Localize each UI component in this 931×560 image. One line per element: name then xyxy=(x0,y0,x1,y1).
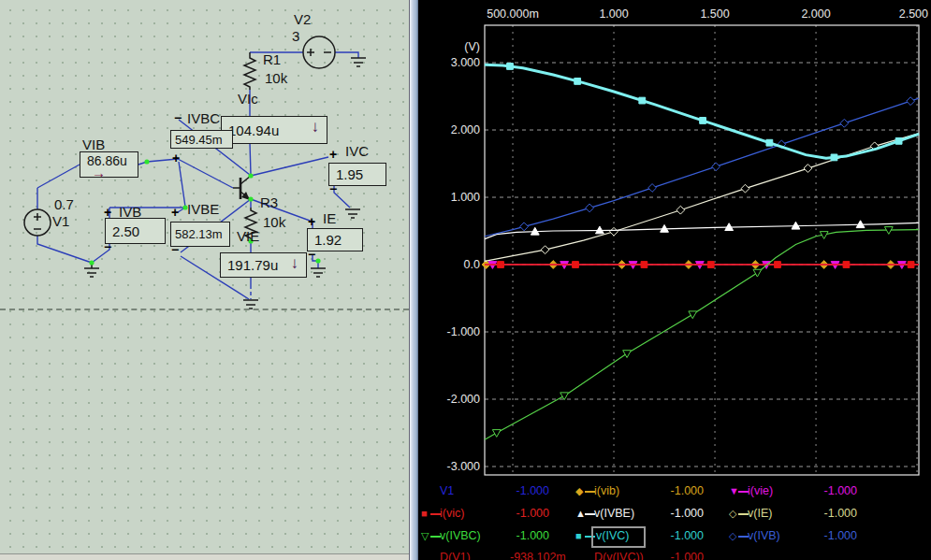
legend-label[interactable]: i(vic) xyxy=(440,506,464,521)
label-ivc[interactable]: IVC xyxy=(345,143,369,159)
label-vib[interactable]: VIB xyxy=(82,136,105,152)
legend-value: -1.000 xyxy=(664,483,704,498)
legend-label[interactable]: v(IVB) xyxy=(748,528,780,543)
y-tick-label: 3.000 xyxy=(451,56,480,69)
legend-label[interactable]: v(IVBE) xyxy=(594,506,634,521)
ivbe-plus: + xyxy=(171,208,179,217)
meter-ivbe-reading: 582.13m xyxy=(175,227,223,241)
bjt-transistor xyxy=(233,176,251,199)
value-r3[interactable]: 10k xyxy=(263,214,285,230)
component-symbols[interactable] xyxy=(24,36,366,309)
legend-value: -1.000 xyxy=(818,528,857,543)
label-r3[interactable]: R3 xyxy=(260,194,278,210)
legend-value: -938.102m xyxy=(510,550,564,560)
schematic-panel: V2 3 R1 10k VIc IVBC VIB 0.7 V1 IVB IVBE… xyxy=(0,0,409,560)
label-ie[interactable]: IE xyxy=(323,210,336,226)
legend-value: -1.000 xyxy=(818,506,857,521)
meter-vic[interactable]: 104.94u ↓ xyxy=(221,116,327,144)
legend-label[interactable]: v(IE) xyxy=(748,506,772,521)
meter-ivbc-reading: 549.45m xyxy=(175,133,223,147)
horizontal-scrollbar[interactable] xyxy=(0,553,409,560)
value-v1[interactable]: 0.7 xyxy=(54,196,74,212)
ivbc-plus: + xyxy=(172,153,180,163)
legend-value: -1.000 xyxy=(510,483,549,498)
series-v(IVBC)[interactable] xyxy=(485,227,919,440)
legend-value: -1.000 xyxy=(664,528,704,543)
meter-vie-reading: 191.79u xyxy=(227,257,278,273)
resistor-r1 xyxy=(244,52,255,90)
legend-label[interactable]: i(vie) xyxy=(748,483,773,498)
legend-value: -1.000 xyxy=(818,483,857,498)
current-arrow-icon: ↓ xyxy=(291,254,299,273)
legend-label[interactable]: V1 xyxy=(440,483,454,498)
legend-value: -1.000 xyxy=(510,506,549,521)
legend-label[interactable]: i(vib) xyxy=(594,483,619,498)
plot-panel: 500.000m1.0001.5002.0002.500(V)3.0002.00… xyxy=(418,0,931,560)
y-tick-label: -3.000 xyxy=(447,460,480,473)
meter-ie-reading: 1.92 xyxy=(314,232,342,248)
page-boundary-line xyxy=(0,309,409,310)
label-v2[interactable]: V2 xyxy=(294,11,311,27)
y-tick-label: -1.000 xyxy=(447,325,480,338)
y-tick-label: 0.0 xyxy=(464,258,480,271)
legend-label[interactable]: D(v(IVC)) xyxy=(594,550,644,560)
value-r1[interactable]: 10k xyxy=(265,70,287,86)
current-arrow-icon: → xyxy=(92,168,106,178)
legend-value: -1.000 xyxy=(664,550,704,560)
legend-label[interactable]: D(V1) xyxy=(440,550,471,560)
meter-vie[interactable]: 191.79u ↓ xyxy=(220,252,307,278)
panel-splitter-scrollbar[interactable] xyxy=(409,0,418,560)
series-v(IVBE)[interactable] xyxy=(485,221,919,239)
value-v2[interactable]: 3 xyxy=(292,28,299,44)
y-axis-unit: (V) xyxy=(464,40,480,53)
meter-vib[interactable]: 86.86u → xyxy=(80,151,138,178)
meter-ivc-reading: 1.95 xyxy=(336,166,363,182)
legend-value: -1.000 xyxy=(664,506,704,521)
meter-ivbe[interactable]: 582.13m xyxy=(170,222,230,247)
legend-label[interactable]: v(IVBC) xyxy=(440,528,481,543)
meter-ivbc[interactable]: 549.45m xyxy=(170,130,233,149)
label-r1[interactable]: R1 xyxy=(263,51,281,67)
x-tick-label: 2.500 xyxy=(899,7,928,21)
x-tick-label: 2.000 xyxy=(801,7,830,21)
label-v1[interactable]: V1 xyxy=(52,213,69,229)
meter-ie[interactable]: 1.92 xyxy=(307,228,363,251)
meter-ivb[interactable]: 2.50 xyxy=(105,218,166,244)
label-vic[interactable]: VIc xyxy=(238,91,258,107)
ivb-plus: + xyxy=(104,208,111,217)
schematic-canvas[interactable] xyxy=(0,0,409,560)
x-tick-label: 1.000 xyxy=(599,7,628,21)
ie-plus: + xyxy=(308,217,315,226)
y-tick-label: 1.000 xyxy=(451,191,480,204)
y-tick-label: -2.000 xyxy=(447,393,480,406)
ivbc-minus: − xyxy=(174,113,182,122)
legend-label[interactable]: v(IVC) xyxy=(591,526,646,548)
label-ivbe[interactable]: IVBE xyxy=(187,201,219,217)
x-tick-label: 1.500 xyxy=(700,7,729,21)
current-arrow-icon: ↓ xyxy=(312,118,320,136)
x-tick-label: 500.000m xyxy=(487,7,539,21)
label-ivbc[interactable]: IVBC xyxy=(187,110,220,126)
label-vie[interactable]: VIE xyxy=(237,228,259,244)
meter-vic-reading: 104.94u xyxy=(228,122,279,138)
series-v(IVC)[interactable] xyxy=(485,64,919,161)
legend-value: -1.000 xyxy=(510,528,549,543)
y-tick-label: 2.000 xyxy=(451,123,480,136)
ivc-plus: + xyxy=(329,150,337,159)
meter-ivb-reading: 2.50 xyxy=(112,223,139,239)
waveform-chart[interactable]: 500.000m1.0001.5002.0002.500(V)3.0002.00… xyxy=(418,0,931,560)
meter-ivc[interactable]: 1.95 xyxy=(328,163,386,186)
